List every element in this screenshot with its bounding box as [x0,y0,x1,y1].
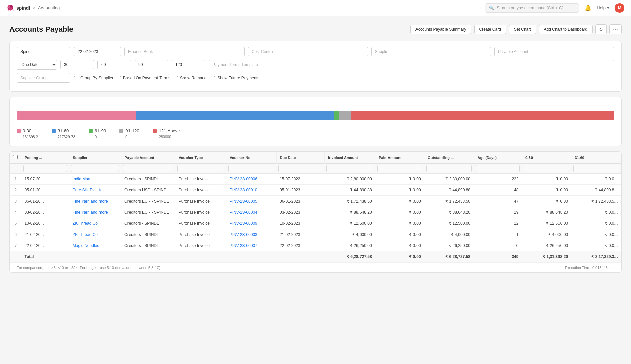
add-chart-to-dashboard-button[interactable]: Add Chart to Dashboard [539,25,593,34]
cell-voucher-type: Purchase Invoice [175,174,226,185]
cell-voucher-no[interactable]: PINV-23-00007 [226,240,276,251]
refresh-button[interactable]: ↻ [595,24,607,34]
based-on-payment-terms-checkbox-group[interactable]: Based On Payment Terms [117,75,170,80]
select-all-checkbox[interactable] [13,155,18,159]
cell-voucher-no[interactable]: PINV-23-00005 [226,196,276,207]
cell-supplier[interactable]: Pure Silk Pvt Ltd [69,185,121,196]
help-button[interactable]: Help ▾ [597,5,609,10]
table-row[interactable]: 3 06-01-20... Fine Yarn and more Credito… [10,196,621,207]
cell-posting-date: 06-01-20... [21,196,69,207]
cell-voucher-no[interactable]: PINV-23-00006 [226,174,276,185]
set-chart-button[interactable]: Set Chart [509,25,536,34]
filter-payable-account[interactable] [123,165,173,172]
cell-due-date: 06-01-2023 [276,196,324,207]
legend-label: 31-60 [52,128,75,133]
cell-voucher-no[interactable]: PINV-23-00004 [226,207,276,218]
notification-bell-icon[interactable]: 🔔 [584,5,591,11]
cell-invoiced: ₹ 26,250.00 [324,240,375,251]
cell-supplier[interactable]: Magic Needles [69,240,121,251]
filter-paid[interactable] [377,165,422,172]
cost-center-input[interactable] [248,47,368,56]
cell-age-days: 222 [474,174,522,185]
cell-outstanding: ₹ 2,80,000.00 [424,174,474,185]
cell-voucher-no[interactable]: PINV-23-00010 [226,185,276,196]
avatar-letter: M [618,6,621,10]
search-bar[interactable]: 🔍 Search or type a command (Ctrl + G) [485,3,579,13]
legend-dot [89,129,93,133]
table-section: Posting ... Supplier Payable Account Vou… [9,151,622,273]
breadcrumb-accounting[interactable]: Accounting [38,5,60,10]
date-input[interactable] [74,47,121,56]
cell-supplier[interactable]: Fine Yarn and more [69,207,121,218]
filter-outstanding[interactable] [426,165,472,172]
finance-book-input[interactable] [124,47,245,56]
table-row[interactable]: 6 21-02-20... ZK Thread Co Creditors - S… [10,229,621,240]
cell-payable-account: Creditors - SPINDL [121,229,175,240]
cell-posting-date: 22-02-20... [21,240,69,251]
range2-input[interactable] [97,60,131,69]
total-invoiced: ₹ 6,28,727.58 [324,251,375,263]
accounts-payable-summary-button[interactable]: Accounts Payable Summary [410,25,471,34]
filter-invoiced[interactable] [326,165,373,172]
filter-030[interactable] [524,165,569,172]
filter-voucher-no[interactable] [228,165,274,172]
footer-hint: For comparison, use >5, <10 or =324. For… [10,263,621,272]
supplier-input[interactable] [371,47,491,56]
legend-range-label: 61-90 [95,128,106,133]
create-card-button[interactable]: Create Card [474,25,506,34]
range1-input[interactable] [60,60,94,69]
table-row[interactable]: 1 15-07-20... India Mart Creditors - SPI… [10,174,621,185]
payable-account-input[interactable] [494,47,614,56]
avatar[interactable]: M [615,3,624,13]
logo[interactable]: 🧶 spindl [7,4,30,12]
cell-paid: ₹ 0.00 [375,196,424,207]
filter-age[interactable] [476,165,520,172]
show-remarks-checkbox-group[interactable]: Show Remarks [174,75,207,80]
filter-supplier[interactable] [71,165,119,172]
ageing-based-on-select[interactable]: Due Date [17,60,57,70]
group-by-supplier-checkbox-group[interactable]: Group By Supplier [74,75,113,80]
cell-paid: ₹ 0.00 [375,207,424,218]
more-options-button[interactable]: ⋯ [609,24,622,34]
payment-terms-template-input[interactable] [209,60,614,69]
legend-value: 0 [89,135,106,139]
legend-label: 0-30 [17,128,38,133]
col-outstanding: Outstanding ... [424,152,474,164]
top-nav: 🧶 spindl > Accounting 🔍 Search or type a… [0,0,631,16]
filter-row-1 [17,47,614,56]
show-future-payments-checkbox[interactable] [211,76,215,80]
table-row[interactable]: 5 10-02-20... ZK Thread Co Creditors - S… [10,218,621,229]
page-content: Accounts Payable Accounts Payable Summar… [0,16,631,281]
cell-supplier[interactable]: ZK Thread Co [69,218,121,229]
cell-due-date: 03-02-2023 [276,207,324,218]
range4-input[interactable] [172,60,205,69]
filter-due-date[interactable] [278,165,322,172]
chevron-down-icon: ▾ [607,5,609,10]
cell-supplier[interactable]: India Mart [69,174,121,185]
cell-age-days: 48 [474,185,522,196]
company-input[interactable] [17,47,70,56]
table-row[interactable]: 7 22-02-20... Magic Needles Creditors - … [10,240,621,251]
table-row[interactable]: 2 05-01-20... Pure Silk Pvt Ltd Creditor… [10,185,621,196]
filter-posting-date[interactable] [23,165,67,172]
row-number: 3 [10,196,21,207]
cell-posting-date: 21-02-20... [21,229,69,240]
group-by-supplier-checkbox[interactable] [74,76,78,80]
cell-voucher-type: Purchase Invoice [175,229,226,240]
col-posting-date: Posting ... [21,152,69,164]
table-row[interactable]: 4 03-02-20... Fine Yarn and more Credito… [10,207,621,218]
cell-supplier[interactable]: ZK Thread Co [69,229,121,240]
filter-voucher-type[interactable] [177,165,224,172]
based-on-payment-terms-checkbox[interactable] [117,76,121,80]
legend-dot [17,129,21,133]
legend-range-label: 31-60 [58,128,69,133]
supplier-group-input[interactable] [17,73,70,83]
cell-voucher-no[interactable]: PINV-23-00003 [226,229,276,240]
cell-paid: ₹ 0.00 [375,185,424,196]
filter-3160[interactable] [573,165,619,172]
cell-voucher-no[interactable]: PINV-23-00009 [226,218,276,229]
show-future-payments-checkbox-group[interactable]: Show Future Payments [211,75,259,80]
range3-input[interactable] [135,60,168,69]
show-remarks-checkbox[interactable] [174,76,178,80]
cell-supplier[interactable]: Fine Yarn and more [69,196,121,207]
